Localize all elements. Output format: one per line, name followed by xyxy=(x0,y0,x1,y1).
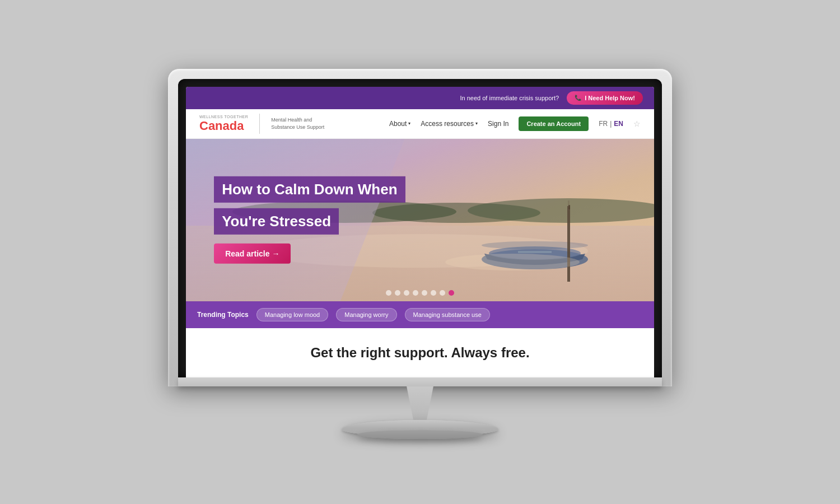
crisis-bar: In need of immediate crisis support? I N… xyxy=(186,87,654,109)
nav-language: FR | EN xyxy=(599,120,623,128)
read-article-button[interactable]: Read article → xyxy=(214,244,291,264)
nav-bar: WELLNESS TOGETHER Canada Mental Health a… xyxy=(186,109,654,139)
carousel-dot-2[interactable] xyxy=(395,290,400,296)
monitor-bottom-bar xyxy=(178,377,662,386)
trending-tag-2[interactable]: Managing substance use xyxy=(405,308,490,321)
hero-section: How to Calm Down When You're Stressed Re… xyxy=(186,139,654,301)
lang-en[interactable]: EN xyxy=(614,120,623,128)
logo-tagline: Mental Health andSubstance Use Support xyxy=(271,116,324,130)
monitor-wrapper: In need of immediate crisis support? I N… xyxy=(168,69,672,436)
nav-about[interactable]: About ▾ xyxy=(389,120,410,128)
svg-rect-10 xyxy=(567,206,570,282)
star-icon[interactable]: ☆ xyxy=(633,119,641,128)
nav-sign-in[interactable]: Sign In xyxy=(488,120,508,128)
trending-tag-1[interactable]: Managing worry xyxy=(336,308,396,321)
lang-fr[interactable]: FR xyxy=(599,120,608,128)
logo-area: WELLNESS TOGETHER Canada Mental Health a… xyxy=(199,114,324,134)
crisis-text: In need of immediate crisis support? xyxy=(460,95,559,101)
hero-title-line2: You're Stressed xyxy=(222,213,331,230)
carousel-dot-4[interactable] xyxy=(413,290,418,296)
carousel-dot-5[interactable] xyxy=(422,290,427,296)
carousel-dot-6[interactable] xyxy=(431,290,436,296)
monitor-screen: In need of immediate crisis support? I N… xyxy=(186,87,654,377)
trending-tag-0[interactable]: Managing low mood xyxy=(256,308,328,321)
monitor-stand-neck xyxy=(398,386,442,420)
svg-point-13 xyxy=(445,254,580,270)
carousel-dots xyxy=(386,290,454,296)
access-chevron-icon: ▾ xyxy=(475,121,478,126)
nav-about-label: About xyxy=(389,120,407,128)
monitor-body: In need of immediate crisis support? I N… xyxy=(168,69,672,386)
hero-title-background-2: You're Stressed xyxy=(214,208,339,235)
support-title: Get the right support. Always free. xyxy=(199,345,641,361)
about-chevron-icon: ▾ xyxy=(408,121,410,126)
crisis-help-button[interactable]: I Need Help Now! xyxy=(567,91,643,105)
carousel-dot-1[interactable] xyxy=(386,290,391,296)
hero-content: How to Calm Down When You're Stressed Re… xyxy=(214,176,405,263)
hero-title-line1: How to Calm Down When xyxy=(222,180,397,198)
logo-divider xyxy=(259,114,260,134)
support-section: Get the right support. Always free. xyxy=(186,328,654,377)
nav-links: About ▾ Access resources ▾ Sign In Creat… xyxy=(389,116,641,131)
carousel-dot-7[interactable] xyxy=(440,290,445,296)
trending-label: Trending Topics xyxy=(197,311,249,319)
monitor-bezel: In need of immediate crisis support? I N… xyxy=(178,79,662,377)
logo-canada: Canada xyxy=(199,120,248,132)
create-account-button[interactable]: Create an Account xyxy=(519,116,589,131)
hero-title-background: How to Calm Down When xyxy=(214,176,405,202)
nav-access-label: Access resources xyxy=(421,120,474,128)
monitor-stand-base xyxy=(342,420,498,436)
nav-access-resources[interactable]: Access resources ▾ xyxy=(421,120,478,128)
svg-rect-12 xyxy=(568,200,570,211)
trending-bar: Trending Topics Managing low mood Managi… xyxy=(186,301,654,328)
logo-text-block: WELLNESS TOGETHER Canada xyxy=(199,115,248,132)
carousel-dot-8[interactable] xyxy=(449,290,454,296)
svg-point-9 xyxy=(482,241,588,249)
lang-separator: | xyxy=(610,120,612,128)
carousel-dot-3[interactable] xyxy=(404,290,409,296)
